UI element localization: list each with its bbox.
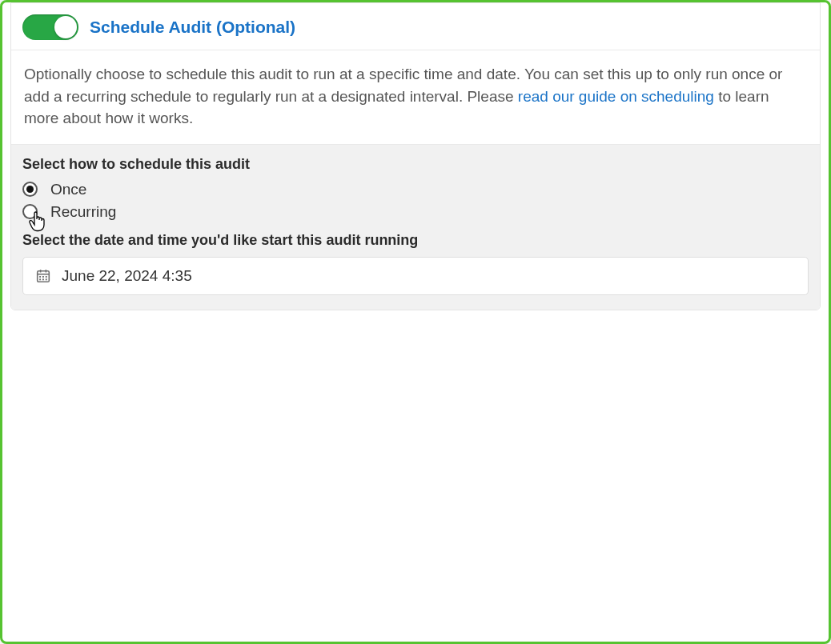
datetime-value: June 22, 2024 4:35 bbox=[62, 267, 192, 285]
svg-rect-7 bbox=[39, 278, 41, 280]
schedule-toggle[interactable] bbox=[22, 14, 78, 40]
radio-row-once[interactable]: Once bbox=[22, 181, 809, 198]
radio-recurring[interactable] bbox=[22, 204, 38, 219]
app-frame: Schedule Audit (Optional) Optionally cho… bbox=[0, 0, 831, 644]
radio-row-recurring[interactable]: Recurring bbox=[22, 203, 809, 221]
radio-once-label: Once bbox=[50, 181, 86, 198]
svg-rect-9 bbox=[46, 278, 47, 280]
datetime-input[interactable]: June 22, 2024 4:35 bbox=[22, 257, 809, 295]
schedule-audit-panel: Schedule Audit (Optional) Optionally cho… bbox=[10, 2, 821, 310]
datetime-label: Select the date and time you'd like star… bbox=[22, 232, 809, 249]
calendar-icon bbox=[36, 269, 50, 283]
svg-rect-5 bbox=[42, 276, 44, 278]
panel-description: Optionally choose to schedule this audit… bbox=[11, 50, 820, 145]
scheduling-guide-link[interactable]: read our guide on scheduling bbox=[518, 88, 714, 105]
schedule-form: Select how to schedule this audit Once R… bbox=[11, 145, 820, 310]
schedule-type-label: Select how to schedule this audit bbox=[22, 156, 809, 173]
radio-recurring-label: Recurring bbox=[50, 203, 116, 221]
svg-rect-4 bbox=[39, 276, 41, 278]
schedule-type-radio-group: Once Recurring bbox=[22, 181, 809, 221]
panel-title: Schedule Audit (Optional) bbox=[90, 18, 295, 37]
svg-rect-8 bbox=[42, 278, 44, 280]
toggle-knob bbox=[54, 16, 77, 38]
radio-once[interactable] bbox=[22, 182, 38, 197]
panel-header: Schedule Audit (Optional) bbox=[11, 3, 820, 50]
svg-rect-6 bbox=[46, 276, 47, 278]
